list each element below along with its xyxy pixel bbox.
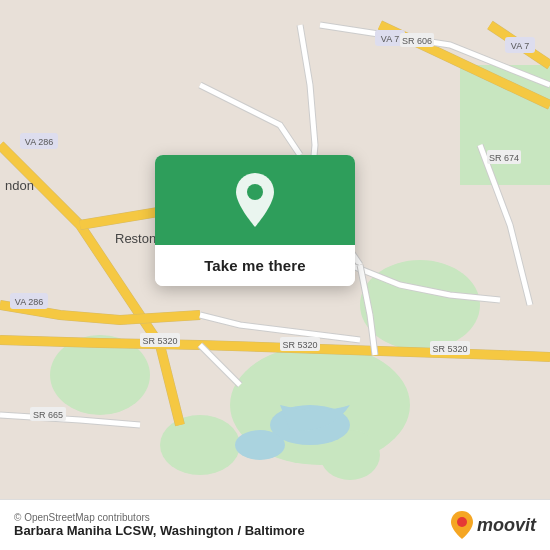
svg-text:VA 7: VA 7 [381,34,399,44]
svg-point-32 [247,184,263,200]
svg-text:SR 5320: SR 5320 [142,336,177,346]
moovit-logo: moovit [449,510,536,540]
svg-text:VA 286: VA 286 [15,297,43,307]
svg-text:SR 665: SR 665 [33,410,63,420]
popup-card: Take me there [155,155,355,286]
svg-text:VA 7: VA 7 [511,41,529,51]
popup-header [155,155,355,245]
svg-text:ndon: ndon [5,178,34,193]
svg-text:Reston: Reston [115,231,156,246]
take-me-there-button[interactable]: Take me there [155,245,355,286]
svg-point-4 [160,415,240,475]
bottom-bar: © OpenStreetMap contributors Barbara Man… [0,499,550,550]
svg-text:SR 674: SR 674 [489,153,519,163]
moovit-text: moovit [477,515,536,536]
map-container: VA 286 VA 286 VA 286 VA 7 VA 7 SR 606 SR… [0,0,550,550]
bottom-left-info: © OpenStreetMap contributors Barbara Man… [14,512,305,538]
svg-text:VA 286: VA 286 [25,137,53,147]
svg-point-7 [235,430,285,460]
svg-text:SR 5320: SR 5320 [432,344,467,354]
svg-text:SR 5320: SR 5320 [282,340,317,350]
svg-point-33 [457,517,467,527]
location-name: Barbara Maniha LCSW, Washington / Baltim… [14,523,305,538]
location-pin-icon [231,171,279,229]
copyright-text: © OpenStreetMap contributors [14,512,305,523]
moovit-pin-icon [449,510,475,540]
svg-text:SR 606: SR 606 [402,36,432,46]
